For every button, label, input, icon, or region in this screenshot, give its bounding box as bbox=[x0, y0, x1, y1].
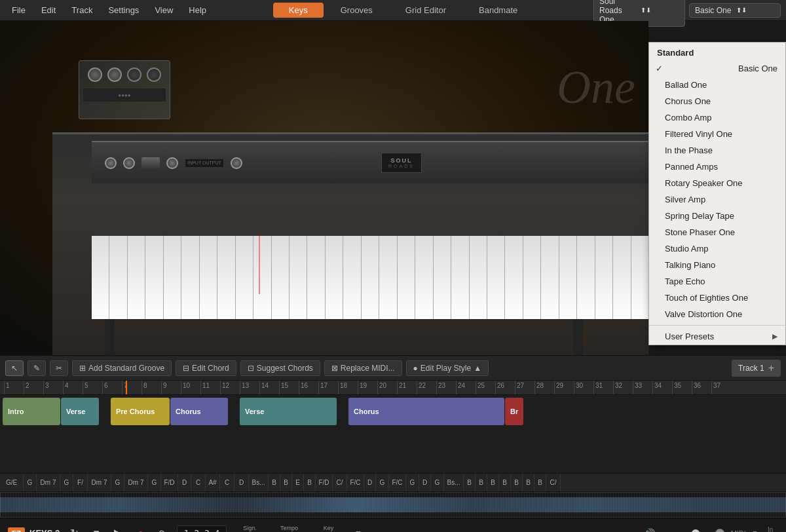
dropdown-item-14[interactable]: Touch of Eighties One bbox=[649, 290, 785, 306]
chord-cell-28[interactable]: G bbox=[431, 474, 444, 491]
chord-cell-27[interactable]: D bbox=[419, 474, 431, 491]
menu-settings[interactable]: Settings bbox=[102, 3, 145, 18]
add-groove-button[interactable]: ⊞ Add Standard Groove bbox=[72, 360, 172, 376]
clip-2[interactable] bbox=[100, 398, 110, 425]
wkey[interactable] bbox=[595, 236, 613, 319]
dropdown-item-11[interactable]: Studio Amp bbox=[649, 240, 785, 257]
tab-keys[interactable]: Keys bbox=[273, 3, 324, 18]
dropdown-item-0[interactable]: Basic One bbox=[649, 60, 785, 77]
chord-cell-22[interactable]: F/C bbox=[347, 474, 364, 491]
wkey[interactable] bbox=[398, 236, 415, 319]
chord-cell-23[interactable]: D bbox=[364, 474, 376, 491]
wkey[interactable] bbox=[559, 236, 577, 319]
wkey[interactable] bbox=[217, 236, 235, 319]
chord-cell-3[interactable]: G bbox=[60, 474, 73, 491]
wkey[interactable] bbox=[505, 236, 523, 319]
chord-cell-37[interactable]: C/ bbox=[546, 474, 561, 491]
dropdown-item-6[interactable]: Panned Amps bbox=[649, 159, 785, 175]
select-tool-button[interactable]: ↖ bbox=[5, 360, 24, 376]
wkey[interactable] bbox=[343, 236, 361, 319]
wkey[interactable] bbox=[523, 236, 541, 319]
loop-button[interactable]: ↻ bbox=[66, 524, 83, 532]
dropdown-item-4[interactable]: Filtered Vinyl One bbox=[649, 126, 785, 142]
dropdown-item-7[interactable]: Rotary Speaker One bbox=[649, 175, 785, 191]
clip-4[interactable]: Chorus bbox=[170, 398, 228, 425]
chord-cell-31[interactable]: B bbox=[476, 474, 487, 491]
clip-5[interactable] bbox=[229, 398, 239, 425]
dropdown-user-presets[interactable]: User Presets ▶ bbox=[649, 328, 785, 345]
record-button[interactable]: ● bbox=[134, 525, 148, 533]
chord-cell-34[interactable]: B bbox=[511, 474, 523, 491]
clip-3[interactable]: Pre Chorus bbox=[111, 398, 170, 425]
dropdown-item-10[interactable]: Stone Phaser One bbox=[649, 224, 785, 240]
chord-cell-21[interactable]: C/ bbox=[333, 474, 347, 491]
wkey[interactable] bbox=[272, 236, 290, 319]
dropdown-item-12[interactable]: Talking Piano bbox=[649, 257, 785, 273]
chord-cell-33[interactable]: B bbox=[499, 474, 511, 491]
metronome-button[interactable]: ⟳ bbox=[155, 525, 170, 533]
wkey[interactable] bbox=[326, 236, 343, 319]
chord-cell-30[interactable]: B bbox=[464, 474, 476, 491]
wkey[interactable] bbox=[541, 236, 559, 319]
time-signature[interactable]: Sign. 4/4 bbox=[233, 525, 266, 532]
preset-name-selector[interactable]: Basic One ⬆⬇ bbox=[689, 3, 781, 18]
tempo-display[interactable]: Tempo 86 bbox=[272, 525, 305, 532]
menu-track[interactable]: Track bbox=[65, 3, 99, 18]
chord-cell-0[interactable]: G/E bbox=[0, 474, 24, 491]
wkey[interactable] bbox=[200, 236, 217, 319]
chord-cell-25[interactable]: F/C bbox=[389, 474, 406, 491]
dropdown-item-2[interactable]: Chorus One bbox=[649, 93, 785, 109]
chord-cell-9[interactable]: F/D bbox=[161, 474, 178, 491]
chord-cell-29[interactable]: Bs... bbox=[444, 474, 464, 491]
stop-button[interactable]: ■ bbox=[89, 525, 103, 533]
chord-cell-16[interactable]: B bbox=[269, 474, 280, 491]
key-display[interactable]: Key G Major bbox=[312, 525, 345, 532]
chord-cell-32[interactable]: B bbox=[487, 474, 499, 491]
menu-view[interactable]: View bbox=[148, 3, 179, 18]
dropdown-item-9[interactable]: Spring Delay Tape bbox=[649, 208, 785, 224]
wkey[interactable] bbox=[253, 236, 271, 319]
wkey[interactable] bbox=[415, 236, 433, 319]
wkey[interactable] bbox=[128, 236, 145, 319]
add-tool-button[interactable]: ✎ bbox=[28, 360, 46, 376]
wkey[interactable] bbox=[109, 236, 127, 319]
wkey[interactable] bbox=[92, 236, 109, 319]
menu-button[interactable]: ≡ bbox=[351, 525, 364, 533]
add-track-button[interactable]: + bbox=[768, 362, 774, 374]
chord-cell-35[interactable]: B bbox=[523, 474, 534, 491]
wkey[interactable] bbox=[613, 236, 631, 319]
dropdown-item-3[interactable]: Combo Amp bbox=[649, 109, 785, 126]
chord-cell-14[interactable]: D bbox=[234, 474, 249, 491]
wkey[interactable] bbox=[577, 236, 595, 319]
edit-play-style-button[interactable]: ● Edit Play Style ▲ bbox=[406, 360, 489, 376]
chord-cell-15[interactable]: Bs... bbox=[249, 474, 269, 491]
wkey[interactable] bbox=[164, 236, 181, 319]
chord-cell-8[interactable]: G bbox=[148, 474, 161, 491]
clip-8[interactable]: Chorus bbox=[348, 398, 504, 425]
chord-cell-1[interactable]: G bbox=[24, 474, 37, 491]
clip-1[interactable]: Verse bbox=[61, 398, 99, 425]
wkey[interactable] bbox=[379, 236, 397, 319]
preset-dropdown[interactable]: Standard Basic OneBallad OneChorus OneCo… bbox=[648, 42, 786, 345]
dropdown-item-13[interactable]: Tape Echo bbox=[649, 273, 785, 290]
suggest-chords-button[interactable]: ⊡ Suggest Chords bbox=[240, 360, 320, 376]
clip-6[interactable]: Verse bbox=[240, 398, 337, 425]
wkey[interactable] bbox=[434, 236, 451, 319]
chord-cell-19[interactable]: B bbox=[304, 474, 316, 491]
wkey[interactable] bbox=[470, 236, 487, 319]
cut-tool-button[interactable]: ✂ bbox=[50, 360, 68, 376]
chord-cell-26[interactable]: G bbox=[406, 474, 419, 491]
volume-knob-round[interactable] bbox=[715, 529, 724, 533]
dropdown-item-15[interactable]: Valve Distortion One bbox=[649, 306, 785, 322]
wkey[interactable] bbox=[145, 236, 163, 319]
play-button[interactable]: ▶ bbox=[110, 523, 127, 533]
clip-9[interactable]: Br bbox=[505, 398, 523, 425]
dropdown-item-1[interactable]: Ballad One bbox=[649, 77, 785, 93]
chord-cell-7[interactable]: Dm 7 bbox=[124, 474, 148, 491]
chord-cell-10[interactable]: D bbox=[178, 474, 191, 491]
wkey[interactable] bbox=[236, 236, 253, 319]
tab-grid-editor[interactable]: Grid Editor bbox=[390, 3, 462, 18]
wkey[interactable] bbox=[362, 236, 379, 319]
chord-cell-6[interactable]: G bbox=[111, 474, 124, 491]
chord-cell-18[interactable]: E bbox=[292, 474, 304, 491]
